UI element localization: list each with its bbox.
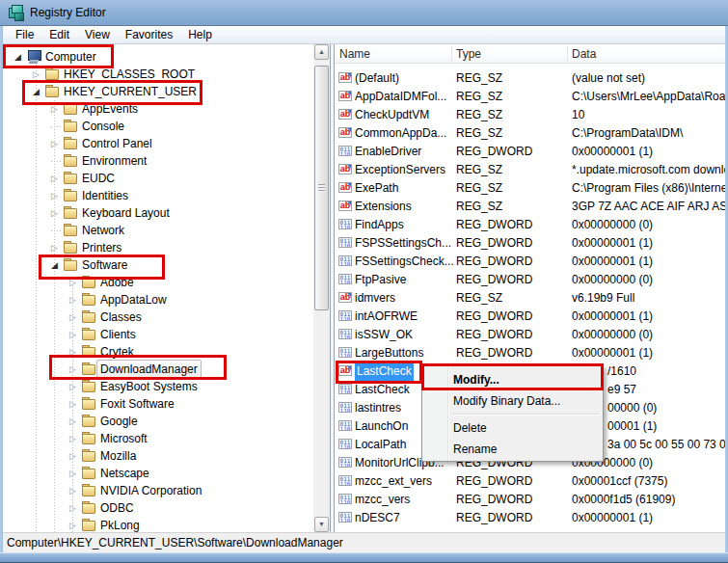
value-row-default[interactable]: ab(Default)REG_SZ(value not set)	[335, 69, 725, 88]
value-row-findapps[interactable]: 011 110FindAppsREG_DWORD0x00000000 (0)	[335, 216, 725, 234]
value-name[interactable]: mzcc_ext_vers	[355, 472, 432, 491]
value-name[interactable]: isSSW_OK	[355, 326, 413, 344]
tree-item-mozilla[interactable]: Mozilla	[100, 447, 136, 465]
tree-item-netscape[interactable]: Netscape	[100, 465, 149, 482]
value-row-fspssettingsch[interactable]: 011 110FSPSSettingsCh...REG_DWORD0x00000…	[335, 234, 725, 253]
value-row-exceptionservers[interactable]: abExceptionServersREG_SZ*.update.microso…	[335, 161, 725, 179]
value-row-fssettingscheck[interactable]: 011 110FSSettingsCheck...REG_DWORD0x0000…	[335, 253, 725, 271]
value-name[interactable]: (Default)	[355, 69, 399, 88]
tree-item-google[interactable]: Google	[100, 413, 138, 430]
column-header-data[interactable]: Data	[572, 44, 596, 64]
tree-item-control-panel[interactable]: Control Panel	[82, 135, 152, 152]
tree-item-classes[interactable]: Classes	[100, 308, 142, 326]
menu-view[interactable]: View	[77, 26, 118, 44]
tree-item-pklong[interactable]: PkLong	[100, 517, 140, 532]
tree-item-network[interactable]: Network	[82, 222, 124, 239]
value-name[interactable]: AppDataIDMFol...	[355, 88, 446, 106]
value-name[interactable]: ExePath	[355, 179, 398, 198]
expand-toggle-microsoft[interactable]: ▷	[67, 434, 78, 444]
expand-toggle-printers[interactable]: ▷	[49, 243, 60, 254]
expand-toggle-easyboot-systems[interactable]: ▷	[67, 382, 78, 392]
expand-toggle-appdatalow[interactable]: ▷	[67, 295, 78, 306]
tree-vertical-scrollbar[interactable]: ▲ ▼	[313, 44, 330, 532]
expand-toggle-classes[interactable]: ▷	[67, 312, 78, 323]
titlebar[interactable]: Registry Editor	[0, 0, 728, 26]
value-name[interactable]: Extensions	[355, 198, 412, 216]
tree-item-keyboard-layout[interactable]: Keyboard Layout	[82, 204, 170, 222]
menu-edit[interactable]: Edit	[41, 26, 77, 44]
value-data: C:\ProgramData\IDM\	[572, 124, 683, 143]
tree-item-eudc[interactable]: EUDC	[82, 170, 115, 187]
expand-toggle-google[interactable]: ▷	[67, 416, 78, 427]
expand-toggle-mozilla[interactable]: ▷	[67, 451, 78, 462]
context-menu-item-modify-binary-data[interactable]: Modify Binary Data...	[424, 390, 601, 412]
value-name[interactable]: lastintres	[355, 399, 401, 417]
value-name[interactable]: CommonAppDa...	[355, 124, 446, 143]
value-name[interactable]: FtpPasive	[355, 271, 406, 289]
tree-item-microsoft[interactable]: Microsoft	[100, 430, 148, 447]
tree-item-nvidia-corporation[interactable]: NVIDIA Corporation	[100, 482, 202, 499]
value-row-checkupdtvm[interactable]: abCheckUpdtVMREG_SZ10	[335, 106, 725, 124]
tree-item-easyboot-systems[interactable]: EasyBoot Systems	[100, 378, 198, 395]
expand-toggle-netscape[interactable]: ▷	[67, 469, 78, 479]
tree-item-foxit-software[interactable]: Foxit Software	[100, 395, 175, 413]
value-row-enabledriver[interactable]: 011 110EnableDriverREG_DWORD0x00000001 (…	[335, 143, 725, 161]
value-name[interactable]: FSPSSettingsCh...	[355, 234, 451, 253]
tree-item-appdatalow[interactable]: AppDataLow	[100, 291, 167, 308]
tree-item-console[interactable]: Console	[82, 118, 124, 135]
expand-toggle-hkey-classes-root[interactable]: ▷	[31, 69, 41, 80]
expand-toggle-pklong[interactable]: ▷	[67, 521, 78, 531]
binary-value-icon: 011 110	[338, 310, 352, 321]
value-name[interactable]: FSSettingsCheck...	[355, 253, 454, 271]
tree-item-clients[interactable]: Clients	[100, 326, 136, 343]
tree-item-environment[interactable]: Environment	[82, 152, 147, 170]
value-name[interactable]: ExceptionServers	[355, 161, 445, 179]
tree-item-identities[interactable]: Identities	[82, 187, 128, 204]
value-row-appdataidmfol[interactable]: abAppDataIDMFol...REG_SZC:\Users\MrLee\A…	[335, 88, 725, 106]
scroll-down-button[interactable]: ▼	[314, 517, 329, 532]
context-menu-item-rename[interactable]: Rename	[424, 439, 601, 460]
value-type: REG_DWORD	[456, 326, 532, 344]
value-row-isssw-ok[interactable]: 011 110isSSW_OKREG_DWORD0x00000000 (0)	[335, 326, 725, 344]
context-menu-item-delete[interactable]: Delete	[424, 417, 601, 439]
expand-toggle-control-panel[interactable]: ▷	[49, 139, 60, 149]
value-name[interactable]: FindApps	[355, 216, 404, 234]
scroll-up-button[interactable]: ▲	[314, 44, 329, 60]
tree-item-odbc[interactable]: ODBC	[100, 499, 134, 517]
value-row-idmvers[interactable]: abidmversREG_SZv6.19b9 Full	[335, 289, 725, 308]
column-header-name[interactable]: Name	[339, 44, 370, 64]
value-row-ndesc7[interactable]: 011 110nDESC7REG_DWORD0x00000001 (1)	[335, 509, 725, 527]
menu-help[interactable]: Help	[180, 26, 220, 44]
column-separator[interactable]	[451, 46, 452, 62]
expand-toggle-eudc[interactable]: ▷	[49, 174, 60, 184]
value-name[interactable]: LocalPath	[355, 436, 406, 454]
expand-toggle-appevents[interactable]: ▷	[49, 104, 60, 115]
value-name[interactable]: CheckUpdtVM	[355, 106, 429, 124]
value-name[interactable]: idmvers	[355, 289, 395, 308]
scrollbar-thumb[interactable]	[314, 66, 329, 310]
expand-toggle-odbc[interactable]: ▷	[67, 503, 78, 514]
value-row-mzcc-ext-vers[interactable]: 011 110mzcc_ext_versREG_DWORD0x00001ccf …	[335, 472, 725, 491]
value-name[interactable]: nDESC7	[355, 509, 400, 527]
value-row-extensions[interactable]: abExtensionsREG_SZ3GP 7Z AAC ACE AIF ARJ…	[335, 198, 725, 216]
value-row-exepath[interactable]: abExePathREG_SZC:\Program Files (x86)\In…	[335, 179, 725, 198]
value-row-commonappda[interactable]: abCommonAppDa...REG_SZC:\ProgramData\IDM…	[335, 124, 725, 143]
value-name[interactable]: LaunchOn	[355, 417, 408, 436]
value-name[interactable]: EnableDriver	[355, 143, 421, 161]
expand-toggle-foxit-software[interactable]: ▷	[67, 399, 78, 410]
menu-favorites[interactable]: Favorites	[118, 26, 180, 44]
menu-file[interactable]: File	[8, 26, 41, 44]
value-name[interactable]: intAOFRWE	[355, 308, 418, 326]
expand-toggle-clients[interactable]: ▷	[67, 330, 78, 340]
expand-toggle-nvidia-corporation[interactable]: ▷	[67, 486, 78, 496]
expand-toggle-keyboard-layout[interactable]: ▷	[49, 208, 60, 219]
column-separator[interactable]	[567, 46, 568, 62]
value-row-intaofrwe[interactable]: 011 110intAOFRWEREG_DWORD0x00000001 (1)	[335, 308, 725, 326]
value-name[interactable]: mzcc_vers	[355, 491, 410, 509]
column-header-type[interactable]: Type	[456, 44, 481, 64]
registry-tree-pane[interactable]: ▲ ▼ ◢Computer▷HKEY_CLASSES_ROOT◢HKEY_CUR…	[3, 44, 330, 532]
value-row-ftppasive[interactable]: 011 110FtpPasiveREG_DWORD0x00000000 (0)	[335, 271, 725, 289]
value-data: /1610	[607, 362, 636, 381]
value-row-mzcc-vers[interactable]: 011 110mzcc_versREG_DWORD0x0000f1d5 (619…	[335, 491, 725, 509]
expand-toggle-identities[interactable]: ▷	[49, 191, 60, 201]
